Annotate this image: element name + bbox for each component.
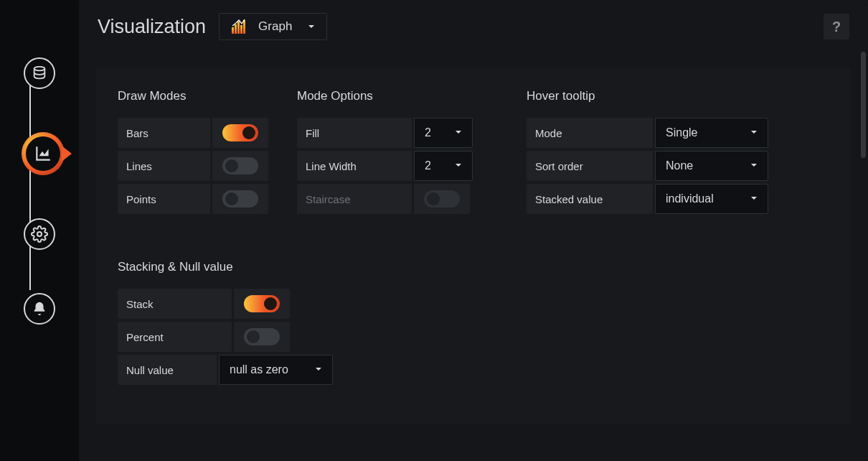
select-value: 2 [425, 126, 431, 139]
chevron-down-icon [750, 195, 758, 203]
row-stack: Stack [118, 289, 290, 319]
row-bars: Bars [118, 118, 268, 148]
toggle-bars[interactable] [222, 124, 258, 141]
section-hover-tooltip: Hover tooltip Mode Single Sort order Non… [512, 89, 770, 217]
toggle-wrapper [414, 184, 470, 214]
select-sort-order[interactable]: None [655, 151, 768, 181]
section-draw-modes: Draw Modes Bars Lines Points [103, 89, 283, 217]
chevron-down-icon [455, 129, 462, 137]
select-value: 2 [425, 159, 431, 172]
question-icon: ? [832, 19, 841, 35]
visualization-panel: Visualization Graph ? [79, 0, 868, 461]
scrollbar-thumb[interactable] [861, 52, 866, 158]
toggle-wrapper [212, 184, 268, 214]
options-container: Draw Modes Bars Lines Points [96, 67, 851, 424]
visualization-type-select[interactable]: Graph [219, 13, 327, 40]
svg-rect-2 [232, 27, 234, 34]
section-stacking-null: Stacking & Null value Stack Percent Null… [103, 260, 347, 388]
row-lines: Lines [118, 151, 268, 181]
panel-header: Visualization Graph ? [79, 0, 868, 47]
select-value: individual [666, 192, 714, 205]
toggle-lines[interactable] [222, 157, 258, 174]
row-fill: Fill 2 [297, 118, 498, 148]
chevron-down-icon [455, 162, 462, 170]
label-percent: Percent [118, 322, 232, 352]
select-stacked-value[interactable]: individual [655, 184, 768, 214]
toggle-percent[interactable] [244, 328, 280, 345]
toggle-wrapper [212, 151, 268, 181]
help-button[interactable]: ? [824, 14, 849, 39]
database-icon [32, 65, 47, 81]
select-line-width[interactable]: 2 [414, 151, 473, 181]
select-hover-mode[interactable]: Single [655, 118, 768, 148]
label-bars: Bars [118, 118, 210, 148]
nav-alert[interactable] [24, 293, 55, 325]
svg-rect-5 [240, 25, 242, 34]
row-staircase: Staircase [297, 184, 498, 214]
toggle-points[interactable] [222, 190, 258, 208]
toggle-stack[interactable] [244, 295, 280, 312]
svg-point-0 [34, 67, 45, 71]
toggle-wrapper [212, 118, 268, 148]
nav-queries[interactable] [24, 57, 55, 89]
chart-area-icon [34, 144, 52, 163]
row-null-value: Null value null as zero [118, 355, 333, 385]
chevron-down-icon [750, 129, 758, 137]
section-title: Hover tooltip [527, 89, 756, 103]
section-title: Stacking & Null value [118, 260, 333, 274]
label-stack: Stack [118, 289, 232, 319]
nav-general[interactable] [24, 218, 55, 250]
nav-visualization[interactable] [22, 132, 65, 175]
nav-connector-line [29, 78, 31, 290]
section-title: Draw Modes [118, 89, 268, 103]
select-null-value[interactable]: null as zero [219, 355, 333, 385]
row-stacked-value: Stacked value individual [527, 184, 756, 214]
row-line-width: Line Width 2 [297, 151, 498, 181]
label-fill: Fill [297, 118, 412, 148]
select-fill[interactable]: 2 [414, 118, 473, 148]
chevron-down-icon [750, 162, 758, 170]
gear-icon [31, 225, 48, 243]
toggle-wrapper [234, 289, 290, 319]
label-sort-order: Sort order [527, 151, 653, 181]
svg-rect-3 [235, 24, 237, 34]
label-hover-mode: Mode [527, 118, 653, 148]
label-line-width: Line Width [297, 151, 412, 181]
select-value: null as zero [230, 363, 288, 376]
section-mode-options: Mode Options Fill 2 Line Width 2 Stairca… [283, 89, 512, 217]
row-percent: Percent [118, 322, 290, 352]
svg-rect-6 [243, 20, 245, 34]
chevron-down-icon [308, 20, 315, 33]
chevron-down-icon [315, 365, 322, 374]
section-title: Mode Options [297, 89, 498, 103]
label-points: Points [118, 184, 210, 214]
row-sort-order: Sort order None [527, 151, 756, 181]
toggle-wrapper [234, 322, 290, 352]
toggle-staircase [424, 190, 460, 208]
row-points: Points [118, 184, 268, 214]
visualization-type-label: Graph [258, 19, 292, 34]
label-null-value: Null value [118, 355, 217, 385]
label-lines: Lines [118, 151, 210, 181]
editor-sidebar [0, 0, 79, 461]
label-staircase: Staircase [297, 184, 412, 214]
svg-point-1 [37, 232, 42, 236]
select-value: None [666, 159, 693, 172]
panel-title: Visualization [98, 16, 206, 38]
select-value: Single [666, 126, 697, 139]
bell-icon [32, 301, 47, 317]
label-stacked-value: Stacked value [527, 184, 653, 214]
svg-rect-4 [237, 22, 240, 34]
graph-logo-icon [231, 19, 248, 34]
row-hover-mode: Mode Single [527, 118, 756, 148]
